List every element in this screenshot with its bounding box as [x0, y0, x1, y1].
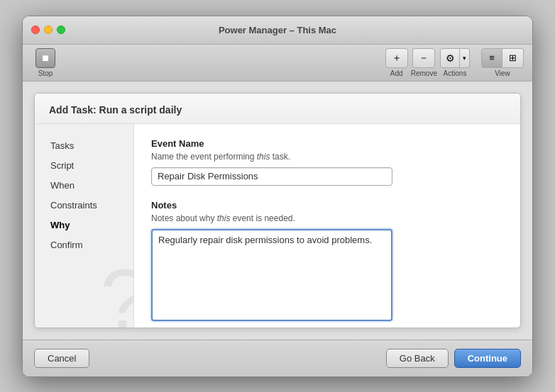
view-toggle[interactable]: ≡ ⊞	[481, 48, 524, 68]
actions-gear-icon: ⚙	[440, 48, 460, 68]
sidebar-item-when[interactable]: When	[39, 176, 129, 195]
add-button[interactable]: ＋	[385, 48, 408, 68]
remove-label: Remove	[411, 69, 437, 77]
sidebar-item-tasks[interactable]: Tasks	[39, 136, 129, 155]
notes-section: Notes Notes about why this event is need…	[151, 200, 503, 324]
continue-button[interactable]: Continue	[454, 349, 521, 368]
bottom-right-buttons: Go Back Continue	[386, 349, 521, 368]
go-back-button[interactable]: Go Back	[386, 349, 449, 368]
event-name-section: Event Name Name the event performing thi…	[151, 138, 503, 186]
event-name-label: Event Name	[151, 138, 503, 149]
event-name-desc-italic: this	[257, 152, 270, 162]
sidebar-item-constraints-label: Constraints	[50, 200, 97, 211]
notes-label: Notes	[151, 200, 503, 211]
dialog-panel: Add Task: Run a script daily Tasks Scrip…	[34, 93, 521, 328]
traffic-lights	[31, 26, 65, 34]
event-name-input[interactable]	[151, 167, 392, 186]
form-area: Event Name Name the event performing thi…	[134, 124, 520, 327]
list-view-button[interactable]: ≡	[481, 48, 502, 68]
sidebar-nav: Tasks Script When Constraints Why	[35, 124, 134, 327]
main-window: Power Manager – This Mac ■ Stop ＋ Add － …	[22, 16, 533, 377]
sidebar-item-confirm-label: Confirm	[50, 240, 83, 250]
event-name-desc-text1: Name the event performing	[151, 152, 257, 162]
actions-arrow-icon: ▾	[460, 48, 470, 68]
stop-icon: ■	[35, 48, 55, 68]
notes-desc: Notes about why this event is needed.	[151, 213, 503, 223]
sidebar-item-confirm[interactable]: Confirm	[39, 235, 129, 254]
minimize-button[interactable]	[44, 26, 53, 34]
event-name-desc-text2: task.	[270, 152, 290, 162]
notes-desc-text2: event is needed.	[230, 213, 295, 223]
close-button[interactable]	[31, 26, 40, 34]
add-label: Add	[390, 69, 403, 77]
sidebar-item-why-label: Why	[50, 220, 70, 230]
remove-button[interactable]: －	[412, 48, 435, 68]
event-name-desc: Name the event performing this task.	[151, 152, 503, 162]
cancel-button[interactable]: Cancel	[34, 349, 89, 368]
icon-view-button[interactable]: ⊞	[502, 48, 524, 68]
toolbar-action-group: ＋ Add － Remove ⚙ ▾ Actions	[385, 48, 470, 77]
stop-button[interactable]: ■ Stop	[31, 45, 60, 80]
stop-label: Stop	[38, 69, 53, 77]
background-icon: ?	[100, 257, 134, 327]
sidebar-item-when-label: When	[50, 180, 75, 191]
sidebar-item-script[interactable]: Script	[39, 156, 129, 175]
maximize-button[interactable]	[57, 26, 65, 34]
notes-desc-italic: this	[217, 213, 231, 223]
actions-button[interactable]: ⚙ ▾	[440, 48, 470, 68]
dialog-title: Add Task: Run a script daily	[49, 104, 182, 116]
sidebar-item-constraints[interactable]: Constraints	[39, 196, 129, 215]
sidebar-item-tasks-label: Tasks	[50, 140, 74, 151]
title-bar: Power Manager – This Mac	[23, 16, 532, 45]
sidebar-item-why[interactable]: Why	[39, 215, 129, 235]
bottom-bar: Cancel Go Back Continue	[23, 340, 532, 376]
main-content: Add Task: Run a script daily Tasks Scrip…	[23, 82, 532, 340]
notes-textarea[interactable]: Regularly repair disk permissions to avo…	[151, 229, 392, 321]
toolbar: ■ Stop ＋ Add － Remove ⚙ ▾ Actions	[23, 45, 532, 82]
view-label: View	[495, 69, 510, 77]
sidebar-item-script-label: Script	[50, 160, 74, 171]
notes-desc-text1: Notes about why	[151, 213, 217, 223]
actions-label: Actions	[444, 69, 467, 77]
dialog-header: Add Task: Run a script daily	[35, 94, 520, 124]
dialog-body: Tasks Script When Constraints Why	[35, 124, 520, 327]
window-title: Power Manager – This Mac	[219, 25, 336, 35]
